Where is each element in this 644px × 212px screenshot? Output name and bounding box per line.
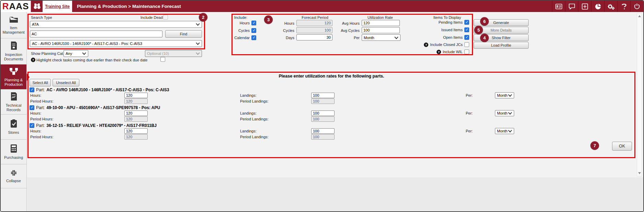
vertical-scrollbar[interactable]: [637, 13, 642, 176]
sidebar-item-purchasing[interactable]: Purchasing: [1, 140, 26, 164]
sidebar-item-label: Stores: [8, 130, 19, 135]
sidebar-item-technical-records[interactable]: Technical Records: [1, 90, 26, 115]
more-details-button-label: More Details: [490, 28, 512, 32]
search-input[interactable]: [30, 31, 162, 37]
annotation-badge-7: 7: [590, 141, 599, 150]
part-period-landings-input[interactable]: [311, 116, 335, 122]
annotation-badge-2: 2: [199, 13, 207, 22]
unselect-all-button[interactable]: Unselect All: [53, 79, 79, 86]
include-wil-checkbox[interactable]: [464, 49, 469, 54]
binoculars-icon[interactable]: [33, 2, 41, 10]
id-card-icon[interactable]: [552, 1, 565, 12]
include-hours-checkbox[interactable]: [251, 21, 256, 25]
ok-button[interactable]: OK: [612, 142, 632, 151]
find-button[interactable]: Find: [165, 30, 202, 38]
part-landings-input[interactable]: [311, 93, 335, 98]
chat-icon[interactable]: [565, 1, 578, 12]
search-result-select[interactable]: AC - AVRO 146RJ100 - 146RJ100* - AIS17-C…: [30, 40, 202, 47]
part-checkbox[interactable]: [30, 105, 34, 110]
part-per-value: Month: [497, 93, 508, 97]
sidebar-item-planning-production[interactable]: Planning & Production: [1, 64, 26, 90]
part-landings-input[interactable]: [311, 110, 335, 116]
sidebar-item-inspection-documents[interactable]: Inspection Documents: [1, 38, 26, 64]
part-hours-input[interactable]: [124, 93, 148, 98]
part-period-hours-input[interactable]: [124, 134, 148, 140]
part-period-landings-input[interactable]: [311, 98, 335, 104]
open-items-label: Open Items: [443, 35, 463, 39]
part-name: AC - AVRO 146RJ100 - 146RJ100* - AIS17-C…: [46, 87, 169, 92]
part-label: Part:: [36, 123, 45, 128]
part-per-select[interactable]: Month: [495, 92, 514, 98]
find-button-label: Find: [180, 32, 187, 36]
search-type-select[interactable]: ATA: [30, 21, 202, 28]
part-per-value: Month: [497, 129, 508, 133]
logo-letters-aas: AAS: [9, 1, 29, 12]
annotation-badge-4: 4: [480, 34, 489, 42]
include-cycles-checkbox[interactable]: [251, 28, 256, 33]
scroll-down-arrow-icon[interactable]: [638, 172, 641, 174]
avg-cycles-label: Avg Cycles: [322, 28, 360, 33]
sidebar-item-collapse[interactable]: Collapse: [1, 164, 26, 188]
part-checkbox[interactable]: [30, 87, 34, 92]
part-period-hours-input[interactable]: [124, 116, 148, 122]
search-type-value: ATA: [32, 22, 39, 26]
issued-items-checkbox[interactable]: [464, 27, 469, 32]
sidebar-item-item-management[interactable]: Item Management: [1, 12, 26, 38]
inspection-document-icon: [10, 41, 18, 50]
include-calendar-checkbox[interactable]: [251, 35, 256, 40]
sidebar: Item Management Inspection Documents Pla…: [1, 12, 27, 212]
generate-button-label: Generate: [493, 21, 509, 25]
part-period-hours-input[interactable]: [124, 98, 148, 104]
breadcrumb: Planning & Production > Maintenance Fore…: [77, 1, 181, 12]
app-logo[interactable]: RAAS: [1, 1, 31, 12]
active-item-pointer: [27, 73, 30, 81]
tab-training-site[interactable]: Training Site: [43, 1, 72, 12]
clipboard-check-icon: [10, 119, 18, 128]
pie-chart-icon[interactable]: [591, 1, 604, 12]
part-hours-input[interactable]: [124, 128, 148, 134]
help-icon[interactable]: [617, 1, 630, 12]
part-period-landings-input[interactable]: [311, 134, 335, 140]
open-items-row: Open Items: [379, 35, 469, 40]
workflow-icon: [9, 67, 19, 75]
sidebar-item-stores[interactable]: Stores: [1, 115, 26, 140]
period-hours-label: Period Hours:: [30, 135, 53, 139]
wil-help-icon[interactable]: [437, 50, 441, 54]
part-landings-input[interactable]: [311, 128, 335, 134]
include-dead-checkbox[interactable]: [163, 15, 168, 20]
select-all-button[interactable]: Select All: [30, 79, 51, 86]
part-per-select[interactable]: Month: [495, 110, 514, 116]
power-icon[interactable]: [630, 1, 643, 12]
tab-training-site-label: Training Site: [45, 4, 70, 9]
part-per-label: Per:: [466, 129, 473, 133]
open-items-checkbox[interactable]: [464, 35, 469, 40]
add-icon[interactable]: [578, 1, 591, 12]
utilization-title: Utilization Rate: [348, 15, 413, 20]
annotation-badge-3: 3: [264, 15, 273, 24]
pending-items-checkbox[interactable]: [464, 20, 469, 25]
hours-label: Hours:: [30, 111, 41, 115]
closed-jcs-help-icon[interactable]: [424, 43, 428, 47]
settings-gears-icon[interactable]: [604, 1, 617, 12]
landings-label: Landings:: [240, 111, 257, 115]
part-row-group: Part: 49-10-00 - APU - 4501690A* - AIS17…: [30, 105, 613, 122]
planning-cat-select[interactable]: Any: [64, 50, 88, 57]
avg-hours-label: Avg Hours: [322, 21, 360, 25]
include-closed-jcs-checkbox[interactable]: [464, 42, 469, 47]
optional-select[interactable]: Optional (10): [145, 50, 202, 57]
pending-items-label: Pending Items: [439, 20, 463, 24]
period-landings-label: Period Landings:: [240, 99, 269, 103]
app-window: RAAS Training Site Planning & Production…: [0, 0, 644, 212]
collapse-icon: [10, 169, 18, 176]
period-landings-label: Period Landings:: [240, 135, 269, 139]
scroll-up-arrow-icon[interactable]: [638, 15, 641, 17]
load-profile-button[interactable]: Load Profile: [474, 42, 529, 49]
part-checkbox[interactable]: [30, 123, 34, 128]
fp-days-label: Days: [257, 36, 294, 40]
load-profile-button-label: Load Profile: [491, 43, 511, 47]
part-per-select[interactable]: Month: [495, 128, 514, 134]
period-hours-label: Period Hours:: [30, 99, 53, 103]
part-hours-input[interactable]: [124, 110, 148, 116]
highlight-help-icon[interactable]: [31, 58, 35, 62]
highlight-checkbox[interactable]: [160, 57, 165, 62]
